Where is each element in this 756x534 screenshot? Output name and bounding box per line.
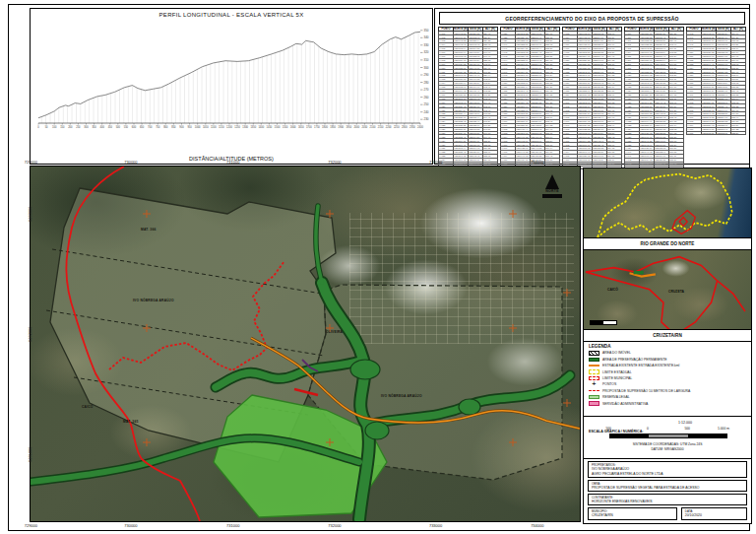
data-value: 20/10/2020 (685, 513, 743, 518)
svg-text:1000: 1000 (195, 125, 201, 129)
north-arrow-icon (545, 174, 559, 189)
georeferencing-title: GEORREFERENCIAMENTO DO EIXO DA PROPOSTA … (439, 12, 745, 25)
svg-text:240: 240 (424, 110, 429, 114)
svg-text:2400: 2400 (417, 125, 423, 129)
georeferencing-panel: GEORREFERENCIAMENTO DO EIXO DA PROPOSTA … (434, 8, 750, 165)
coordinate-label: 732000 (328, 523, 341, 528)
coordinate-label: 731000 (226, 523, 239, 528)
obra-value: PROPOSTA DE SUPRESSÃO VEGETAL PARA ESTRA… (592, 486, 743, 491)
svg-text:250: 250 (424, 102, 429, 106)
profile-chart: 0501001502002503003504004505005506006507… (32, 21, 430, 147)
svg-text:1750: 1750 (314, 125, 320, 129)
main-map: NORTE MAT. 366IVO NÓBREGA ARAÚJOOLIVEIRA… (30, 166, 581, 522)
svg-text:950: 950 (187, 125, 192, 129)
legend-item-label: ESTRADA EXISTENTE ESTRADA EXISTENTE.kml (602, 364, 679, 367)
geo-table-group: PONTONORTE (m)ESTE (m)ALT. (m)V-10992817… (624, 27, 684, 169)
inset-label-caico: CAICÓ (607, 288, 618, 292)
legend-swatch-serv-icon (589, 401, 599, 406)
coordinate-label: 730000 (124, 160, 137, 165)
scalebar-tick-label: 0 (647, 427, 649, 431)
legend-item-label: LIMITE MUNICIPAL (602, 376, 632, 380)
map-sheet: PERFIL LONGITUDINAL - ESCALA VERTICAL 5X… (0, 0, 756, 534)
svg-text:320: 320 (424, 50, 429, 54)
coordinate-label: 729000 (25, 160, 37, 165)
svg-text:850: 850 (171, 125, 176, 129)
svg-text:300: 300 (84, 125, 89, 129)
svg-text:1150: 1150 (219, 125, 224, 129)
svg-text:1050: 1050 (203, 125, 209, 129)
coordinate-label: 734000 (531, 160, 543, 165)
coordinate-label: 729000 (25, 523, 37, 528)
svg-text:1800: 1800 (322, 125, 328, 129)
svg-text:1200: 1200 (226, 125, 232, 129)
map-overlays (31, 167, 580, 521)
svg-text:400: 400 (100, 125, 105, 129)
svg-text:2000: 2000 (353, 125, 359, 129)
svg-text:1100: 1100 (211, 125, 217, 129)
legend-swatch-hatch-icon (589, 351, 599, 356)
datum: DATUM: SIRGAS2000 (584, 447, 751, 452)
legend-item-label: ÁREA DE PRESERVAÇÃO PERMANENTE (602, 358, 667, 362)
svg-text:1600: 1600 (290, 125, 296, 129)
svg-text:600: 600 (132, 125, 137, 129)
svg-text:1550: 1550 (283, 125, 288, 129)
map-label: IVO NÓBREGA ARAÚJO (133, 299, 174, 302)
north-arrow-label: NORTE (540, 189, 564, 193)
svg-text:2200: 2200 (386, 125, 392, 129)
svg-text:500: 500 (116, 125, 121, 129)
app-mark (634, 271, 644, 274)
inset-cruzeta-caption: CRUZETA/RN (584, 329, 751, 341)
svg-text:650: 650 (140, 125, 145, 129)
legend-swatch-prop-icon (589, 390, 599, 391)
obra-box: OBRA: PROPOSTA DE SUPRESSÃO VEGETAL PARA… (588, 480, 747, 493)
legend-swatch-app-icon (589, 358, 599, 363)
contratante-value: HORIZONTE ENERGIAS RENOVÁVEIS (592, 500, 743, 504)
coordinate-label: 733000 (429, 160, 442, 165)
svg-text:350: 350 (424, 29, 429, 33)
inset-map-rio-grande-do-norte: RIO GRANDE DO NORTE (584, 168, 751, 250)
map-label: IVO NÓBREGA ARAÚJO (381, 394, 422, 398)
inset-scalebar (590, 320, 617, 325)
map-label: CAICÓ (82, 405, 94, 409)
svg-text:310: 310 (424, 58, 429, 62)
svg-text:290: 290 (424, 73, 429, 77)
legend-swatch-yellow-dash-icon (589, 369, 599, 374)
contratante-box: CONTRATANTE: HORIZONTE ENERGIAS RENOVÁVE… (588, 494, 747, 506)
svg-text:1400: 1400 (258, 125, 264, 129)
inset-rgn-caption: RIO GRANDE DO NORTE (584, 237, 751, 249)
coordinate-system-note: SISTEMA DE COORDENADAS: UTM Zona 24S DAT… (584, 442, 751, 452)
svg-text:330: 330 (424, 43, 429, 47)
legend-title: LEGENDA (589, 344, 746, 349)
svg-text:1700: 1700 (306, 125, 312, 129)
svg-text:1300: 1300 (242, 125, 248, 129)
svg-text:2350: 2350 (410, 125, 415, 129)
legend-swatch-road-icon (589, 365, 599, 367)
map-label: MAT. 365 (123, 420, 138, 424)
municipio-box: MUNICÍPIO: CRUZETA/RN (588, 507, 677, 520)
svg-text:450: 450 (108, 125, 113, 129)
svg-text:230: 230 (424, 117, 429, 121)
coordinate-label: 733000 (429, 523, 442, 528)
coordinate-label: 9282000 (28, 326, 32, 342)
sidebar: RIO GRANDE DO NORTE CAICÓ CRUZETA CRUZET… (583, 167, 752, 524)
legend-item-label: PROPOSTA DE SUPRESSÃO 10 METROS DE LARGU… (602, 389, 690, 393)
svg-text:1850: 1850 (330, 125, 336, 129)
inset-map-cruzeta: CAICÓ CRUZETA CRUZETA/RN (584, 250, 751, 342)
svg-text:280: 280 (424, 81, 429, 85)
svg-text:2150: 2150 (378, 125, 384, 129)
geo-row: V-1719282175.87733363.11323.34 (687, 131, 746, 135)
geo-table-group: PONTONORTE (m)ESTE (m)ALT. (m)V-14592819… (686, 27, 746, 135)
scalebar-tick-label: 500 (684, 427, 690, 431)
svg-text:0: 0 (37, 125, 39, 129)
svg-text:1450: 1450 (267, 125, 273, 129)
svg-text:1350: 1350 (250, 125, 256, 129)
svg-text:270: 270 (424, 88, 429, 92)
legend: LEGENDA ÁREA DO IMÓVELÁREA DE PRESERVAÇÃ… (584, 342, 751, 417)
svg-text:350: 350 (92, 125, 96, 129)
owner-2: AGRO PECUÁRIA ESTRELA DO NORTE LTDA (592, 472, 743, 477)
scale-section: ESCALA GRÁFICA / NUMÉRICA: 1:12.000 5000… (584, 417, 751, 459)
coordinate-label: 731000 (226, 160, 239, 165)
svg-text:200: 200 (68, 125, 73, 129)
svg-text:50: 50 (45, 125, 48, 129)
geo-table-group: PONTONORTE (m)ESTE (m)ALT. (m)V-03792812… (500, 27, 560, 169)
